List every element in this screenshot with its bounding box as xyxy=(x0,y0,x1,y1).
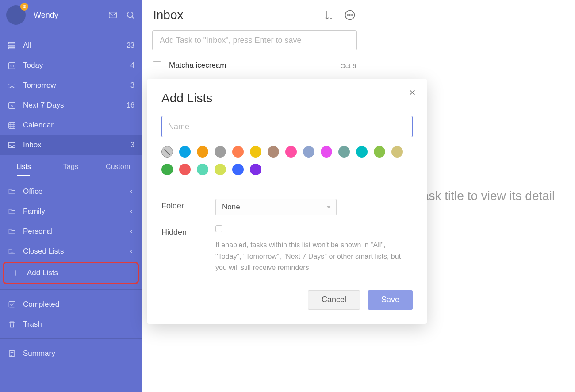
sort-icon[interactable] xyxy=(323,9,336,21)
chevron-left-icon xyxy=(128,188,134,195)
list-item-office[interactable]: Office xyxy=(0,181,142,201)
svg-rect-9 xyxy=(9,122,15,128)
sidebar-item-trash[interactable]: Trash xyxy=(0,314,142,334)
plus-icon xyxy=(10,267,22,279)
task-due: Oct 6 xyxy=(340,62,356,69)
list-item-personal[interactable]: Personal xyxy=(0,221,142,241)
task-title: Matcha icecream xyxy=(169,61,340,70)
calendar-today-icon: 29 xyxy=(6,60,18,71)
chevron-left-icon xyxy=(128,208,134,215)
sidebar: ♛ Wendy All 23 29 Today 4 Tomorrow xyxy=(0,0,142,392)
color-swatch[interactable] xyxy=(197,164,208,175)
sidebar-item-label: All xyxy=(23,41,126,50)
sidebar-item-count: 4 xyxy=(130,61,134,69)
sidebar-item-label: Tomorrow xyxy=(23,81,130,90)
color-swatch[interactable] xyxy=(303,146,314,158)
sidebar-item-label: Summary xyxy=(23,349,134,358)
list-item-label: Closed Lists xyxy=(23,247,128,256)
list-item-label: Personal xyxy=(23,227,128,236)
svg-rect-2 xyxy=(9,42,15,44)
close-icon[interactable] xyxy=(407,88,417,97)
sidebar-item-count: 3 xyxy=(130,141,134,149)
sidebar-item-completed[interactable]: Completed xyxy=(0,294,142,314)
hidden-checkbox[interactable] xyxy=(215,225,222,232)
profile-row: ♛ Wendy xyxy=(0,0,142,29)
sunrise-icon xyxy=(6,80,18,91)
svg-rect-0 xyxy=(109,12,117,18)
hidden-help-text: If enabled, tasks within this list won't… xyxy=(215,239,410,273)
color-swatch[interactable] xyxy=(197,146,208,158)
svg-point-14 xyxy=(349,15,350,15)
sidebar-item-summary[interactable]: Summary xyxy=(0,343,142,363)
sidebar-item-label: Next 7 Days xyxy=(23,101,126,110)
color-swatch-none[interactable] xyxy=(161,146,173,158)
color-swatch[interactable] xyxy=(250,146,261,158)
sidebar-item-today[interactable]: 29 Today 4 xyxy=(0,55,142,75)
color-swatch[interactable] xyxy=(356,146,368,158)
color-swatch[interactable] xyxy=(268,146,279,158)
list-item-closed[interactable]: Closed Lists xyxy=(0,241,142,261)
add-lists-button[interactable]: Add Lists xyxy=(4,263,138,283)
sidebar-item-label: Today xyxy=(23,61,130,70)
svg-text:29: 29 xyxy=(10,64,14,68)
chevron-down-icon xyxy=(326,206,331,208)
svg-point-15 xyxy=(352,15,353,15)
list-item-family[interactable]: Family xyxy=(0,201,142,221)
folder-dropdown[interactable]: None xyxy=(215,199,337,215)
folder-icon xyxy=(6,226,18,237)
folder-archive-icon xyxy=(6,246,18,257)
folder-label: Folder xyxy=(161,199,215,211)
user-lists: Office Family Personal Closed Lists xyxy=(0,177,142,285)
sidebar-item-calendar[interactable]: Calendar xyxy=(0,115,142,135)
sidebar-item-next7[interactable]: S Next 7 Days 16 xyxy=(0,95,142,115)
color-picker xyxy=(161,146,413,175)
color-swatch[interactable] xyxy=(250,164,261,175)
crown-badge-icon: ♛ xyxy=(20,3,28,11)
sidebar-item-count: 3 xyxy=(130,81,134,89)
sidebar-item-all[interactable]: All 23 xyxy=(0,35,142,55)
chevron-left-icon xyxy=(128,248,134,254)
color-swatch[interactable] xyxy=(179,146,191,158)
color-swatch[interactable] xyxy=(179,164,191,175)
tab-lists[interactable]: Lists xyxy=(0,163,47,171)
color-swatch[interactable] xyxy=(215,164,226,175)
color-swatch[interactable] xyxy=(232,146,244,158)
tab-custom[interactable]: Custom xyxy=(94,163,142,171)
list-name-input[interactable] xyxy=(161,116,413,137)
color-swatch[interactable] xyxy=(215,146,226,158)
trash-icon xyxy=(6,319,18,330)
list-item-label: Family xyxy=(23,207,128,216)
summary-icon xyxy=(6,348,18,359)
add-lists-label: Add Lists xyxy=(27,269,130,277)
search-icon[interactable] xyxy=(126,10,135,20)
mail-icon[interactable] xyxy=(108,10,118,20)
sidebar-item-label: Trash xyxy=(23,320,134,329)
color-swatch[interactable] xyxy=(232,164,244,175)
add-list-modal: Add Lists Folder None Hidden If enabled,… xyxy=(147,79,427,324)
svg-rect-3 xyxy=(9,45,15,46)
svg-point-1 xyxy=(127,12,133,18)
color-swatch[interactable] xyxy=(321,146,332,158)
sidebar-item-tomorrow[interactable]: Tomorrow 3 xyxy=(0,75,142,95)
color-swatch[interactable] xyxy=(374,146,385,158)
color-swatch[interactable] xyxy=(161,164,173,175)
svg-text:S: S xyxy=(11,104,13,108)
list-item-label: Office xyxy=(23,187,128,196)
save-button[interactable]: Save xyxy=(368,290,413,310)
sidebar-item-inbox[interactable]: Inbox 3 xyxy=(0,135,142,155)
avatar[interactable]: ♛ xyxy=(6,5,26,25)
add-task-input[interactable] xyxy=(152,30,357,50)
task-checkbox[interactable] xyxy=(153,61,161,69)
color-swatch[interactable] xyxy=(285,146,297,158)
svg-point-13 xyxy=(347,15,348,15)
folder-icon xyxy=(6,206,18,217)
task-row[interactable]: Matcha icecream Oct 6 xyxy=(142,57,368,74)
cancel-button[interactable]: Cancel xyxy=(308,290,360,310)
more-icon[interactable] xyxy=(344,9,356,21)
username: Wendy xyxy=(34,11,108,20)
inbox-icon xyxy=(6,139,18,151)
svg-rect-10 xyxy=(9,301,15,307)
color-swatch[interactable] xyxy=(338,146,350,158)
tab-tags[interactable]: Tags xyxy=(47,163,95,171)
color-swatch[interactable] xyxy=(391,146,403,158)
